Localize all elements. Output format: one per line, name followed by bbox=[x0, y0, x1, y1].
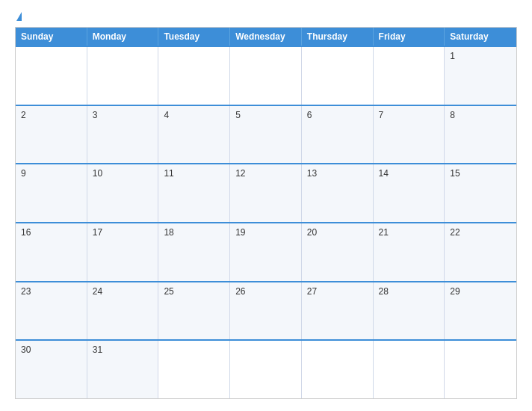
calendar-cell: 4 bbox=[158, 106, 230, 164]
calendar-cell bbox=[445, 341, 516, 398]
day-number: 23 bbox=[21, 286, 31, 297]
logo-triangle-icon bbox=[16, 12, 22, 21]
calendar-cell: 10 bbox=[87, 164, 159, 222]
calendar-cell bbox=[302, 341, 374, 398]
calendar-cell: 29 bbox=[445, 282, 516, 340]
calendar-week-4: 23242526272829 bbox=[16, 281, 516, 340]
calendar-cell bbox=[16, 47, 87, 105]
calendar-week-0: 1 bbox=[16, 46, 516, 105]
calendar-cell: 14 bbox=[374, 164, 445, 222]
page-header bbox=[15, 12, 517, 21]
calendar-cell: 23 bbox=[16, 282, 87, 340]
calendar-cell bbox=[230, 47, 302, 105]
calendar-cell: 20 bbox=[302, 223, 374, 281]
calendar-cell: 27 bbox=[302, 282, 374, 340]
header-day-saturday: Saturday bbox=[445, 28, 516, 46]
calendar-cell: 15 bbox=[445, 164, 516, 222]
day-number: 7 bbox=[379, 110, 384, 120]
header-day-wednesday: Wednesday bbox=[230, 28, 302, 46]
calendar-cell: 8 bbox=[445, 106, 516, 164]
day-number: 3 bbox=[93, 110, 98, 120]
day-number: 31 bbox=[93, 344, 102, 355]
day-number: 22 bbox=[450, 227, 460, 238]
calendar-cell: 26 bbox=[230, 282, 302, 340]
day-number: 21 bbox=[379, 227, 389, 238]
logo bbox=[15, 12, 22, 21]
day-number: 8 bbox=[450, 110, 455, 120]
header-day-friday: Friday bbox=[374, 28, 445, 46]
header-day-monday: Monday bbox=[87, 28, 159, 46]
calendar-cell: 5 bbox=[230, 106, 302, 164]
calendar-cell: 2 bbox=[16, 106, 87, 164]
day-number: 14 bbox=[379, 168, 389, 179]
day-number: 5 bbox=[235, 110, 241, 120]
day-number: 27 bbox=[307, 286, 317, 297]
calendar-cell bbox=[158, 47, 230, 105]
calendar-cell: 21 bbox=[374, 223, 445, 281]
calendar-cell: 22 bbox=[445, 223, 516, 281]
day-number: 16 bbox=[21, 227, 31, 238]
calendar-cell: 25 bbox=[158, 282, 230, 340]
day-number: 11 bbox=[164, 168, 173, 179]
day-number: 19 bbox=[235, 227, 245, 238]
day-number: 12 bbox=[235, 168, 245, 179]
calendar-cell: 1 bbox=[445, 47, 516, 105]
calendar-cell bbox=[374, 47, 445, 105]
calendar-header-row: SundayMondayTuesdayWednesdayThursdayFrid… bbox=[16, 28, 516, 46]
calendar-cell: 31 bbox=[87, 341, 159, 398]
calendar-page: SundayMondayTuesdayWednesdayThursdayFrid… bbox=[0, 0, 532, 411]
calendar-cell bbox=[230, 341, 302, 398]
day-number: 29 bbox=[450, 286, 460, 297]
day-number: 24 bbox=[93, 286, 102, 297]
calendar-week-1: 2345678 bbox=[16, 105, 516, 164]
day-number: 6 bbox=[307, 110, 312, 120]
calendar-cell: 12 bbox=[230, 164, 302, 222]
calendar-cell bbox=[87, 47, 159, 105]
day-number: 17 bbox=[93, 227, 102, 238]
day-number: 9 bbox=[21, 168, 26, 179]
day-number: 2 bbox=[21, 110, 26, 120]
day-number: 30 bbox=[21, 344, 31, 355]
calendar-cell: 16 bbox=[16, 223, 87, 281]
calendar-cell: 13 bbox=[302, 164, 374, 222]
day-number: 15 bbox=[450, 168, 460, 179]
calendar-cell: 17 bbox=[87, 223, 159, 281]
calendar-cell: 6 bbox=[302, 106, 374, 164]
calendar-cell: 7 bbox=[374, 106, 445, 164]
calendar-week-3: 16171819202122 bbox=[16, 222, 516, 281]
calendar-cell: 3 bbox=[87, 106, 159, 164]
calendar-cell: 11 bbox=[158, 164, 230, 222]
calendar-cell bbox=[158, 341, 230, 398]
day-number: 25 bbox=[164, 286, 173, 297]
day-number: 18 bbox=[164, 227, 173, 238]
day-number: 26 bbox=[235, 286, 245, 297]
header-day-tuesday: Tuesday bbox=[158, 28, 230, 46]
calendar-cell: 19 bbox=[230, 223, 302, 281]
calendar-body: 1234567891011121314151617181920212223242… bbox=[16, 46, 516, 398]
day-number: 28 bbox=[379, 286, 389, 297]
day-number: 20 bbox=[307, 227, 317, 238]
calendar-cell: 24 bbox=[87, 282, 159, 340]
day-number: 1 bbox=[450, 51, 455, 61]
day-number: 13 bbox=[307, 168, 317, 179]
calendar-cell: 28 bbox=[374, 282, 445, 340]
calendar-grid: SundayMondayTuesdayWednesdayThursdayFrid… bbox=[15, 27, 517, 399]
calendar-cell: 9 bbox=[16, 164, 87, 222]
calendar-week-5: 3031 bbox=[16, 339, 516, 398]
calendar-cell bbox=[374, 341, 445, 398]
header-day-sunday: Sunday bbox=[16, 28, 87, 46]
calendar-cell: 18 bbox=[158, 223, 230, 281]
calendar-week-2: 9101112131415 bbox=[16, 163, 516, 222]
calendar-cell bbox=[302, 47, 374, 105]
calendar-cell: 30 bbox=[16, 341, 87, 398]
day-number: 10 bbox=[93, 168, 102, 179]
header-day-thursday: Thursday bbox=[302, 28, 374, 46]
day-number: 4 bbox=[164, 110, 169, 120]
